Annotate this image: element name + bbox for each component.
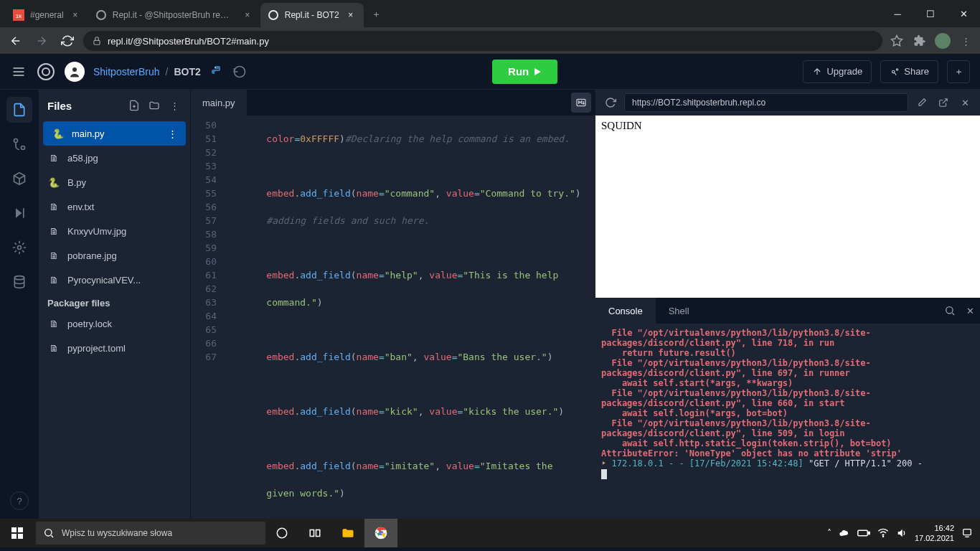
- tray-expand-icon[interactable]: ˄: [827, 528, 831, 538]
- close-icon[interactable]: ×: [345, 9, 357, 21]
- file-name: env.txt: [67, 202, 94, 212]
- browser-tabs: 1k #general × Repl.it - @ShitposterBruh …: [0, 0, 881, 27]
- file-item[interactable]: 🐍B.py: [39, 170, 190, 194]
- start-button[interactable]: [0, 519, 34, 547]
- add-button[interactable]: ＋: [947, 60, 970, 83]
- chrome-icon[interactable]: [364, 519, 397, 547]
- file-item[interactable]: 🗎env.txt: [39, 194, 190, 219]
- menu-icon[interactable]: [10, 63, 27, 80]
- tab-replit-bot2[interactable]: Repl.it - BOT2 ×: [260, 3, 364, 27]
- maximize-button[interactable]: ☐: [914, 3, 947, 24]
- run-button[interactable]: Run: [492, 60, 557, 84]
- taskview-icon[interactable]: [298, 519, 331, 547]
- svg-point-5: [935, 33, 951, 49]
- search-icon[interactable]: [940, 301, 960, 321]
- file-item[interactable]: 🗎pyproject.toml: [39, 336, 190, 360]
- help-icon[interactable]: ?: [10, 491, 29, 510]
- volume-icon[interactable]: [896, 527, 908, 539]
- avatar[interactable]: [65, 62, 85, 82]
- share-button[interactable]: Share: [880, 60, 938, 83]
- run-label: Run: [508, 65, 529, 77]
- close-icon[interactable]: ✕: [957, 95, 973, 110]
- file-item-main-py[interactable]: 🐍main.py⋮: [43, 121, 186, 146]
- file-item[interactable]: 🗎poetry.lock: [39, 311, 190, 336]
- markdown-preview-icon[interactable]: [571, 93, 591, 113]
- close-icon[interactable]: ×: [70, 9, 81, 21]
- chrome-window: 1k #general × Repl.it - @ShitposterBruh …: [0, 0, 980, 54]
- vcs-icon[interactable]: [6, 131, 32, 157]
- svg-point-2: [97, 11, 105, 19]
- upgrade-button[interactable]: Upgrade: [803, 60, 872, 83]
- open-external-icon[interactable]: [936, 95, 951, 110]
- clear-icon[interactable]: ✕: [960, 301, 980, 321]
- bookmark-icon[interactable]: [888, 32, 905, 50]
- reload-button[interactable]: [57, 31, 77, 51]
- files-panel: Files ⋮ 🐍main.py⋮ 🗎a58.jpg 🐍B.py 🗎env.tx…: [39, 90, 191, 519]
- system-tray: ˄ 16:42 17.02.2021: [827, 523, 980, 543]
- database-icon[interactable]: [6, 269, 32, 295]
- address-bar: repl.it/@ShitposterBruh/BOT2#main.py ⋮: [0, 27, 980, 54]
- history-icon[interactable]: [232, 65, 247, 79]
- files-icon[interactable]: [6, 97, 32, 123]
- new-file-icon[interactable]: [127, 98, 141, 113]
- project-name[interactable]: BOT2: [174, 66, 201, 77]
- notifications-icon[interactable]: [961, 527, 973, 539]
- window-controls: ─ ☐ ✕: [881, 3, 980, 24]
- tab-label: Repl.it - BOT2: [285, 10, 339, 20]
- close-icon[interactable]: ×: [242, 9, 253, 21]
- webview[interactable]: SQUIDN: [595, 116, 980, 298]
- file-item[interactable]: 🗎KnxyvUmv.jpg: [39, 219, 190, 243]
- svg-point-14: [18, 246, 22, 250]
- console[interactable]: File "/opt/virtualenvs/python3/lib/pytho…: [595, 324, 980, 519]
- close-button[interactable]: ✕: [947, 3, 980, 24]
- cortana-icon[interactable]: [265, 519, 298, 547]
- forward-button[interactable]: [32, 31, 52, 51]
- settings-icon[interactable]: [6, 235, 32, 260]
- file-item[interactable]: 🗎PyrocynicalVEV...: [39, 268, 190, 292]
- file-item[interactable]: 🗎pobrane.jpg: [39, 243, 190, 268]
- profile-icon[interactable]: [934, 32, 951, 50]
- url-input[interactable]: repl.it/@ShitposterBruh/BOT2#main.py: [83, 31, 882, 51]
- new-folder-icon[interactable]: [147, 98, 161, 113]
- back-button[interactable]: [6, 31, 26, 51]
- svg-point-3: [269, 11, 278, 19]
- tab-console[interactable]: Console: [595, 298, 656, 324]
- terminal-tabs: Console Shell ✕: [595, 298, 980, 324]
- left-rail: ?: [0, 90, 39, 519]
- packages-icon[interactable]: [6, 166, 32, 192]
- minimize-button[interactable]: ─: [881, 3, 914, 24]
- extensions-icon[interactable]: [911, 32, 928, 50]
- battery-icon[interactable]: [857, 529, 870, 537]
- tab-general[interactable]: 1k #general ×: [6, 3, 88, 27]
- editor-tab-main[interactable]: main.py: [191, 90, 247, 116]
- debugger-icon[interactable]: [6, 200, 32, 226]
- tab-shell[interactable]: Shell: [656, 298, 702, 324]
- more-icon[interactable]: ⋮: [167, 98, 182, 113]
- svg-point-8: [72, 67, 77, 72]
- editor-tabs: main.py: [191, 90, 595, 116]
- clock[interactable]: 16:42 17.02.2021: [915, 523, 954, 543]
- chrome-menu-icon[interactable]: ⋮: [957, 32, 974, 50]
- file-name: KnxyvUmv.jpg: [67, 226, 126, 237]
- replit-body: ? Files ⋮ 🐍main.py⋮ 🗎a58.jpg 🐍B.py 🗎env.…: [0, 90, 980, 519]
- onedrive-icon[interactable]: [839, 527, 850, 539]
- code[interactable]: color=0xFFFFF)#Declaring the help comman…: [224, 116, 595, 519]
- tab-replit-remove[interactable]: Repl.it - @ShitposterBruh remove ×: [88, 3, 260, 27]
- svg-point-23: [277, 528, 287, 538]
- svg-point-22: [45, 529, 52, 536]
- share-label: Share: [904, 66, 929, 77]
- more-icon[interactable]: ⋮: [168, 128, 177, 139]
- search-input[interactable]: Wpisz tu wyszukiwane słowa: [36, 522, 265, 545]
- webview-url[interactable]: https://BOT2.shitposterbruh.repl.co: [624, 93, 908, 112]
- file-item[interactable]: 🗎a58.jpg: [39, 146, 190, 170]
- wifi-icon[interactable]: [877, 527, 889, 539]
- file-icon: 🗎: [47, 202, 60, 212]
- explorer-icon[interactable]: [331, 519, 364, 547]
- svg-point-7: [42, 68, 50, 75]
- owner-link[interactable]: ShitposterBruh: [93, 66, 160, 77]
- code-area[interactable]: 505152535455565758596061626364656667 col…: [191, 116, 595, 519]
- edit-icon[interactable]: [914, 95, 930, 110]
- replit-logo-icon[interactable]: [36, 62, 56, 82]
- reload-icon[interactable]: [603, 95, 618, 110]
- new-tab-button[interactable]: ＋: [367, 4, 387, 24]
